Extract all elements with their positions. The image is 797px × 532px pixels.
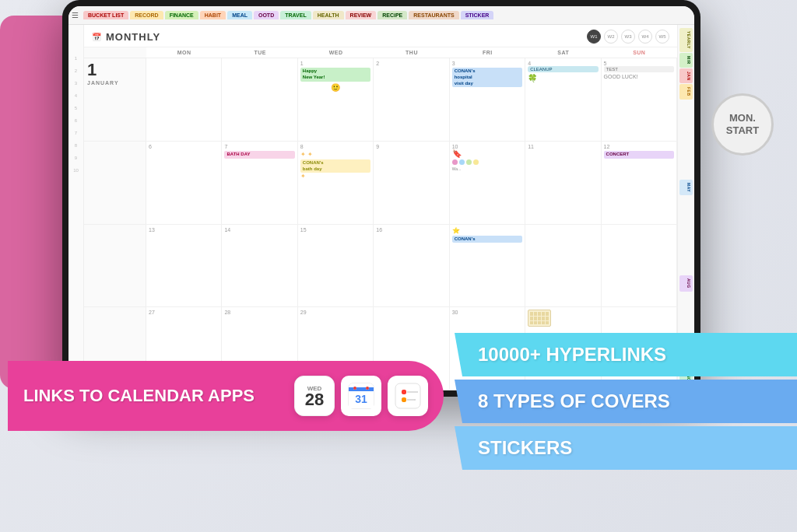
cell-thu-w3: 16	[374, 225, 449, 307]
cell-date: 3	[452, 61, 522, 66]
star-sticker: ✦ ✦	[300, 151, 370, 158]
sidebar-tab-aug[interactable]: AUG	[679, 275, 693, 292]
wa-text: Wa...	[452, 166, 522, 171]
cell-thu-w1: 2	[374, 58, 449, 141]
gs2	[534, 312, 537, 316]
cell-wed-w1: 1 HappyNew Year! 🙂	[298, 58, 374, 141]
day-sat: SAT	[525, 47, 601, 58]
week-badge-w4: W4	[638, 30, 652, 44]
day-headers: MON TUE WED THU FRI SAT SUN	[84, 47, 677, 58]
week-badge-w1: W1	[587, 30, 601, 44]
tab-bucket[interactable]: BUCKET LIST	[83, 11, 128, 19]
cell-thu-w2: 9	[374, 142, 449, 224]
sidebar-tab-may[interactable]: MAY	[679, 180, 693, 195]
newyear-event: HappyNew Year!	[300, 68, 370, 82]
bookmark-icon: 🔖	[452, 149, 522, 158]
month-name: JANUARY	[87, 80, 142, 86]
pink-banner: LINKS TO CALENDAR APPS WED 28 31	[8, 361, 444, 431]
cell-date: 12	[604, 144, 674, 149]
plain-calendar-icon: WED 28	[294, 376, 335, 416]
tab-recipe[interactable]: RECiPE	[377, 11, 407, 19]
week-badges: W1 W2 W3 W4 W5	[587, 30, 669, 44]
tab-health[interactable]: HEALTH	[313, 11, 344, 19]
row-3: 3	[75, 81, 77, 86]
conan-bath: CONAN'sbath day	[300, 159, 370, 173]
gs9	[542, 317, 545, 320]
cell-date: 10	[452, 144, 522, 149]
cell-sat-w3	[525, 225, 601, 307]
cell-date: 13	[149, 227, 219, 233]
tab-sticker[interactable]: STICKER	[461, 11, 494, 19]
cal-app-icons: WED 28 31	[294, 376, 428, 416]
calendar-icon: 📅	[92, 33, 101, 41]
cal-header-row: 📅 MONTHLY W1 W2 W3 W4 W5	[84, 25, 677, 47]
cell-date: 2	[376, 61, 446, 66]
svg-rect-19	[407, 399, 415, 401]
cell-mon-w3: 13	[146, 225, 222, 307]
svg-rect-9	[366, 387, 369, 390]
day-header-empty	[84, 47, 146, 58]
cal-day-num: 28	[305, 392, 324, 408]
day-sun: SUN	[602, 47, 677, 58]
conan-event: CONAN'shospitalvisit day	[452, 68, 522, 87]
day-tue: TUE	[222, 47, 297, 58]
google-calendar-icon: 31	[341, 376, 381, 416]
cell-date: 1	[300, 61, 370, 66]
tab-meal[interactable]: MEAL	[227, 11, 252, 19]
cell-wed-w2: 8 ✦ ✦ CONAN'sbath day ✦	[298, 142, 374, 224]
day-fri: FRI	[450, 47, 525, 58]
week-badge-w3: W3	[621, 30, 635, 44]
gcal-svg: 31	[347, 382, 375, 410]
gs1	[530, 312, 533, 316]
svg-rect-8	[353, 387, 356, 390]
mon-start-badge: MON.START	[711, 93, 774, 156]
cell-tue-w2: 7 BATH DAY	[222, 142, 297, 224]
sidebar-tab-feb[interactable]: FEB	[679, 84, 693, 100]
svg-rect-18	[407, 391, 418, 393]
cell-date: 29	[300, 310, 370, 315]
row-10: 10	[73, 168, 79, 173]
big-day-num: 1	[87, 61, 142, 79]
tab-finance[interactable]: FINANCE	[165, 11, 198, 19]
feature-banner-covers: 8 TYPES OF COVERS	[455, 380, 797, 423]
sidebar-tab-yearly[interactable]: YEARLY	[679, 28, 693, 52]
week-badge-w5: W5	[655, 30, 669, 44]
cell-date: 16	[376, 227, 446, 233]
gs14	[542, 321, 545, 325]
svg-point-16	[402, 390, 406, 394]
star2-sticker: ✦	[300, 173, 370, 180]
row-4: 4	[75, 93, 77, 98]
cell-sun-w3	[602, 225, 677, 307]
dots-row	[452, 159, 522, 165]
cell-date: 30	[452, 310, 522, 315]
row-6: 6	[75, 118, 77, 123]
tab-record[interactable]: RECORD	[130, 11, 163, 19]
sidebar-tab-mr[interactable]: M/R	[679, 53, 693, 68]
week-badge-w2: W2	[604, 30, 618, 44]
svg-rect-2	[349, 387, 374, 391]
week-2-label	[84, 142, 146, 224]
feature-banner-stickers: STICKERS	[455, 426, 797, 470]
sidebar-tab-jan[interactable]: JAN	[679, 68, 693, 84]
cell-date: 11	[528, 144, 598, 149]
cleanup-badge: CLEANUP	[528, 66, 598, 72]
tab-ootd[interactable]: OOTD	[254, 11, 279, 19]
cell-sat-w1: 4 CLEANUP 🍀	[525, 58, 601, 141]
sidebar-spacer2	[679, 196, 693, 275]
gs5	[546, 312, 549, 316]
hamburger-icon: ☰	[72, 11, 79, 19]
test-badge: TEST	[604, 66, 674, 72]
gs3	[538, 312, 541, 316]
tab-review[interactable]: REVIEW	[346, 11, 377, 19]
cell-sun-w2: 12 CONCERT	[602, 142, 677, 224]
cal-month-title: MONTHLY	[106, 31, 160, 43]
cell-date: 8	[300, 144, 370, 149]
cell-wed-w3: 15	[298, 225, 374, 307]
tab-travel[interactable]: TRAVEL	[280, 11, 311, 19]
sidebar-spacer	[679, 100, 693, 179]
dot-pink	[452, 159, 458, 165]
mon-start-text: MON.START	[726, 112, 759, 136]
row-8: 8	[75, 143, 77, 148]
tab-habit[interactable]: HABIT	[200, 11, 226, 19]
tab-restaurants[interactable]: RESTAURANTS	[409, 11, 458, 19]
